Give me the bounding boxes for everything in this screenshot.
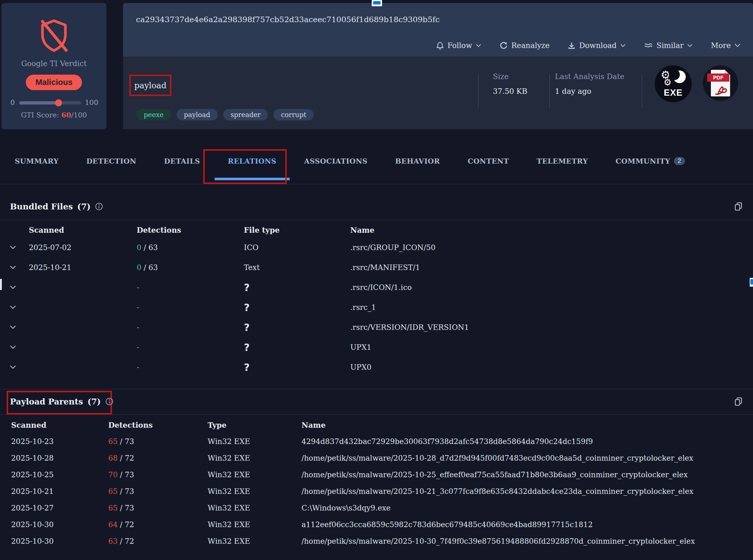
tab-behavior[interactable]: BEHAVIOR bbox=[395, 149, 440, 181]
slider-track[interactable] bbox=[19, 101, 81, 105]
verdict-badge: Malicious bbox=[26, 75, 82, 90]
reanalyze-button[interactable]: Reanalyze bbox=[500, 41, 550, 50]
tab-label: DETECTION bbox=[86, 157, 136, 165]
file-name-link[interactable]: /home/petik/ss/malware/2025-10-30_7f49f0… bbox=[301, 537, 753, 546]
detection-count: 65 bbox=[108, 487, 117, 496]
file-name-link[interactable]: .rsrc/VERSION/IDR_VERSION1 bbox=[350, 323, 753, 332]
expand-chevron-icon[interactable] bbox=[10, 345, 29, 349]
similar-button[interactable]: Similar bbox=[644, 41, 692, 50]
file-type: Win32 EXE bbox=[208, 470, 301, 479]
payload-parents-table: Scanned Detections Type Name 2025-10-23 … bbox=[0, 417, 753, 549]
detection-total: / 72 bbox=[120, 454, 134, 462]
tab-details[interactable]: DETAILS bbox=[164, 149, 200, 181]
detections-cell: - bbox=[137, 283, 244, 292]
slider-min-label: 0 bbox=[10, 98, 15, 106]
payload-parents-header: Payload Parents (7) bbox=[10, 393, 743, 410]
file-name-link[interactable]: /home/petik/ss/malware/2025-10-28_d7d2f9… bbox=[301, 454, 753, 462]
table-row: 2025-07-02 0/ 63 ICO .rsrc/GROUP_ICON/50 bbox=[10, 238, 753, 257]
file-name-link[interactable]: /home/petik/ss/malware/2025-10-25_effeef… bbox=[301, 470, 753, 479]
table-row: 2025-10-21 65/ 73 Win32 EXE /home/petik/… bbox=[11, 483, 753, 499]
file-name-link[interactable]: a112eef06cc3cca6859c5982c783d6bec679485c… bbox=[301, 520, 753, 529]
size-label: Size bbox=[493, 72, 527, 81]
file-hash: ca29343737de4e6a2a298398f757cb52d33aceec… bbox=[136, 15, 440, 24]
table-row: 2025-10-28 68/ 72 Win32 EXE /home/petik/… bbox=[11, 450, 753, 466]
slider-max-label: 100 bbox=[85, 98, 98, 106]
tab-label: DETAILS bbox=[164, 157, 200, 165]
file-info-band: payload peexe payload spreader corrupt S… bbox=[123, 57, 753, 129]
scanned-date: 2025-10-27 bbox=[11, 503, 108, 512]
tab-detection[interactable]: DETECTION bbox=[86, 149, 136, 181]
file-name-link[interactable]: .rsrc/MANIFEST/1 bbox=[350, 263, 753, 272]
size-value: 37.50 KB bbox=[493, 87, 527, 96]
file-name-link[interactable]: UPX1 bbox=[350, 343, 753, 352]
info-icon[interactable] bbox=[95, 202, 103, 211]
file-name-link[interactable]: C:\Windows\s3dqy9.exe bbox=[301, 503, 753, 512]
divider bbox=[549, 74, 550, 108]
file-name-link[interactable]: /home/petik/ss/malware/2025-10-21_3c077f… bbox=[301, 487, 753, 496]
screenshot-artifact bbox=[750, 278, 753, 287]
tab-associations[interactable]: ASSOCIATIONS bbox=[304, 149, 368, 181]
expand-chevron-icon[interactable] bbox=[10, 266, 29, 269]
pdf-report-icon[interactable]: PDF bbox=[703, 65, 738, 101]
tab-label: TELEMETRY bbox=[537, 157, 588, 165]
column-header-scanned: Scanned bbox=[11, 421, 108, 430]
detection-total: / 72 bbox=[120, 520, 134, 529]
file-name-link[interactable]: .rsrc/GROUP_ICON/50 bbox=[350, 243, 753, 252]
expand-chevron-icon[interactable] bbox=[10, 365, 29, 369]
scanned-date: 2025-10-30 bbox=[11, 520, 108, 529]
divider bbox=[0, 184, 753, 184]
table-row: - ? UPX0 bbox=[10, 357, 753, 377]
detection-count: 70 bbox=[108, 470, 117, 479]
expand-chevron-icon[interactable] bbox=[10, 325, 29, 329]
download-button[interactable]: Download bbox=[568, 41, 625, 50]
table-row: 2025-10-21 0/ 63 Text .rsrc/MANIFEST/1 bbox=[10, 257, 753, 277]
slider-thumb[interactable] bbox=[55, 99, 62, 106]
detection-count: 65 bbox=[108, 437, 117, 446]
detection-count: 64 bbox=[108, 520, 117, 529]
gti-score-total: /100 bbox=[71, 111, 87, 119]
copy-icon[interactable] bbox=[734, 397, 743, 406]
file-name-link[interactable]: 4294d837d432bac72929be30063f7938d2afc547… bbox=[301, 437, 753, 446]
gti-score-value: 60 bbox=[61, 111, 71, 119]
detections-cell: 63/ 72 bbox=[108, 537, 208, 546]
copy-icon[interactable] bbox=[734, 202, 743, 211]
file-type: Win32 EXE bbox=[208, 520, 301, 529]
tag-spreader[interactable]: spreader bbox=[223, 109, 268, 120]
file-name-link[interactable]: UPX0 bbox=[350, 363, 753, 372]
more-button[interactable]: More bbox=[711, 41, 740, 50]
tab-community[interactable]: COMMUNITY2 bbox=[616, 149, 685, 181]
bundled-files-header: Bundled Files (7) bbox=[10, 198, 743, 215]
tab-relations[interactable]: RELATIONS bbox=[228, 149, 277, 181]
file-name-link[interactable]: .rsrc/ICON/1.ico bbox=[350, 283, 753, 292]
expand-chevron-icon[interactable] bbox=[10, 286, 29, 289]
tab-summary[interactable]: SUMMARY bbox=[15, 149, 59, 181]
file-type: Win32 EXE bbox=[208, 537, 301, 546]
file-name-link[interactable]: .rsrc_1 bbox=[350, 303, 753, 312]
divider bbox=[0, 389, 753, 389]
tag-corrupt[interactable]: corrupt bbox=[273, 109, 313, 120]
bundled-files-table: Scanned Detections File type Name 2025-0… bbox=[0, 223, 753, 377]
acrobat-glyph bbox=[714, 82, 727, 96]
tag-peexe[interactable]: peexe bbox=[136, 109, 171, 120]
exe-badge-text: EXE bbox=[655, 88, 692, 98]
expand-chevron-icon[interactable] bbox=[10, 305, 29, 309]
tab-content[interactable]: CONTENT bbox=[468, 149, 509, 181]
scanned-date: 2025-10-28 bbox=[11, 454, 108, 462]
detection-count: - bbox=[137, 343, 139, 352]
screenshot-artifact bbox=[0, 279, 2, 290]
tab-telemetry[interactable]: TELEMETRY bbox=[537, 149, 588, 181]
info-icon[interactable] bbox=[105, 397, 113, 406]
detections-cell: 65/ 73 bbox=[108, 437, 208, 446]
tag-list: peexe payload spreader corrupt bbox=[136, 109, 314, 120]
more-label: More bbox=[711, 41, 731, 50]
detections-cell: 65/ 73 bbox=[108, 503, 208, 512]
expand-chevron-icon[interactable] bbox=[10, 246, 29, 249]
column-header-file-type: File type bbox=[244, 226, 350, 235]
column-header-scanned: Scanned bbox=[29, 226, 137, 235]
tag-payload[interactable]: payload bbox=[177, 109, 218, 120]
file-type: Win32 EXE bbox=[208, 487, 301, 496]
column-header-detections: Detections bbox=[108, 421, 208, 430]
follow-button[interactable]: Follow bbox=[436, 41, 481, 50]
chevron-down-icon bbox=[620, 44, 626, 47]
detection-count: 0 bbox=[137, 263, 142, 272]
